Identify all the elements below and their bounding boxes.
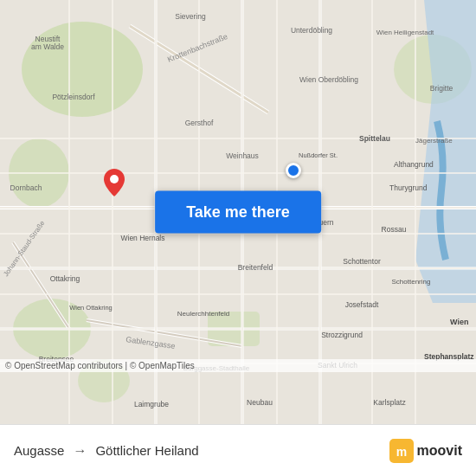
moovit-text: moovit (417, 443, 462, 459)
svg-text:Breitenfeld: Breitenfeld (238, 263, 273, 272)
svg-text:Brigitte: Brigitte (430, 84, 453, 93)
svg-text:Josefstadt: Josefstadt (345, 300, 379, 309)
destination-pin (104, 169, 125, 200)
svg-text:Wien Ottakring: Wien Ottakring (69, 304, 113, 312)
svg-text:Thurygrund: Thurygrund (389, 183, 428, 192)
svg-text:Sievering: Sievering (175, 12, 206, 21)
svg-text:Gersthof: Gersthof (185, 119, 214, 127)
svg-text:Ottakring: Ottakring (50, 274, 80, 283)
svg-text:Wien Oberdöbling: Wien Oberdöbling (299, 75, 358, 84)
take-me-there-button[interactable]: Take me there (155, 191, 321, 234)
svg-text:Wien: Wien (450, 318, 468, 326)
origin-dot (286, 163, 301, 178)
svg-text:am Walde: am Walde (31, 42, 64, 51)
moovit-icon: m (389, 439, 414, 463)
svg-point-68 (110, 175, 119, 183)
moovit-logo: m moovit (389, 439, 462, 463)
route-from: Augasse (14, 443, 64, 458)
svg-text:Weinhaus: Weinhaus (226, 151, 259, 160)
svg-text:Rossau: Rossau (382, 225, 407, 234)
svg-text:Strozzigrund: Strozzigrund (321, 331, 363, 339)
svg-text:Pötzleinsdorf: Pötzleinsdorf (52, 93, 95, 101)
svg-text:Jägerstraße: Jägerstraße (415, 137, 453, 145)
svg-text:Dornbach: Dornbach (10, 183, 42, 192)
svg-text:Laimgrube: Laimgrube (134, 400, 169, 408)
svg-text:Nußdorfer St.: Nußdorfer St. (299, 151, 338, 159)
svg-text:Wien Hernals: Wien Hernals (120, 234, 164, 242)
button-overlay: Take me there (155, 191, 321, 234)
svg-text:Wien Heiligenstadt: Wien Heiligenstadt (376, 29, 434, 36)
svg-text:Karlsplatz: Karlsplatz (373, 398, 405, 407)
svg-text:Unterdöbling: Unterdöbling (291, 26, 332, 35)
map-container: Krottenbachstraße Gablenzgasse Johann-St… (0, 0, 476, 424)
svg-text:Althangrund: Althangrund (394, 160, 434, 169)
info-bar: Augasse → Göttlicher Heiland m moovit (0, 424, 476, 476)
route-arrow: → (73, 443, 87, 459)
svg-text:Spittelau: Spittelau (359, 134, 390, 143)
svg-text:Schottentor: Schottentor (343, 257, 381, 266)
svg-text:Neubau: Neubau (247, 398, 273, 407)
svg-text:m: m (396, 445, 406, 459)
svg-text:Schottenring: Schottenring (392, 278, 431, 286)
svg-text:Neulerchhtenfeld: Neulerchhtenfeld (177, 310, 229, 318)
copyright-bar: © OpenStreetMap contributors | © OpenMap… (0, 359, 476, 372)
copyright-text: © OpenStreetMap contributors | © OpenMap… (5, 361, 195, 370)
route-to: Göttlicher Heiland (95, 443, 198, 458)
